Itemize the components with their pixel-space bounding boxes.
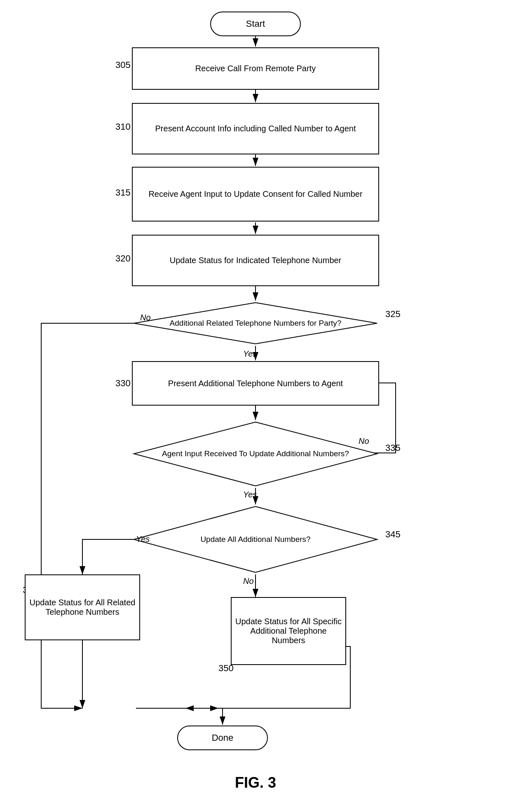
step330-label: Present Additional Telephone Numbers to … xyxy=(168,379,343,388)
dec325-yes-label: Yes xyxy=(243,349,257,359)
dec345-label: Update All Additional Numbers? xyxy=(188,534,323,545)
step315-num: 315 xyxy=(115,187,131,198)
step305-num: 305 xyxy=(115,60,131,70)
step330-num: 330 xyxy=(115,378,131,389)
dec325-no-label: No xyxy=(140,313,151,322)
step350-box: Update Status for All Specific Additiona… xyxy=(231,597,346,665)
start-terminal: Start xyxy=(210,12,301,36)
step310-box: Present Account Info including Called Nu… xyxy=(132,103,379,154)
dec345-yes-label: Yes xyxy=(136,534,150,544)
done-label: Done xyxy=(212,733,234,743)
step320-label: Update Status for Indicated Telephone Nu… xyxy=(170,256,342,265)
dec325-num: 325 xyxy=(385,309,401,320)
dec345-num: 345 xyxy=(385,529,401,540)
step330-box: Present Additional Telephone Numbers to … xyxy=(132,361,379,406)
start-label: Start xyxy=(246,19,265,29)
step310-label: Present Account Info including Called Nu… xyxy=(155,124,356,133)
step310-num: 310 xyxy=(115,121,131,132)
step305-box: Receive Call From Remote Party xyxy=(132,47,379,90)
dec345-box: Update All Additional Numbers? xyxy=(132,504,379,574)
dec335-num: 335 xyxy=(385,443,401,453)
dec325-label: Additional Related Telephone Numbers for… xyxy=(157,318,354,329)
step340-label: Update Status for All Related Telephone … xyxy=(29,598,136,617)
step340-box: Update Status for All Related Telephone … xyxy=(25,574,140,640)
dec335-box: Agent Input Received To Update Additiona… xyxy=(132,420,379,488)
dec335-label: Agent Input Received To Update Additiona… xyxy=(150,449,361,459)
dec325-box: Additional Related Telephone Numbers for… xyxy=(132,301,379,346)
step315-label: Receive Agent Input to Update Consent fo… xyxy=(148,189,362,199)
step320-num: 320 xyxy=(115,253,131,264)
flowchart-diagram: Start 305 Receive Call From Remote Party… xyxy=(0,0,511,782)
done-terminal: Done xyxy=(177,726,268,750)
step315-box: Receive Agent Input to Update Consent fo… xyxy=(132,167,379,222)
step350-label: Update Status for All Specific Additiona… xyxy=(235,617,342,645)
dec345-no-label: No xyxy=(243,576,254,586)
step320-box: Update Status for Indicated Telephone Nu… xyxy=(132,235,379,286)
dec335-no-label: No xyxy=(359,436,369,446)
dec335-yes-label: Yes xyxy=(243,490,257,499)
step305-label: Receive Call From Remote Party xyxy=(195,64,316,73)
